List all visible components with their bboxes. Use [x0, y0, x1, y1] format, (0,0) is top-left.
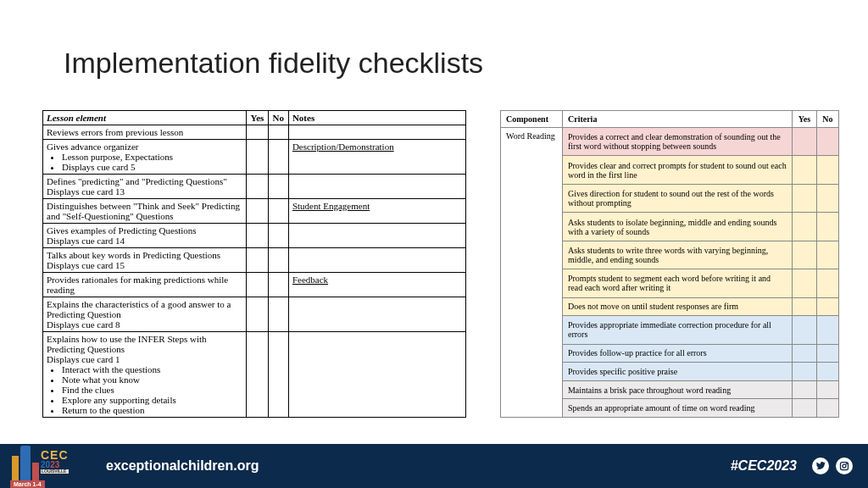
no-cell[interactable]: [816, 380, 838, 399]
list-item: Explore any supporting details: [62, 395, 242, 405]
no-cell[interactable]: [816, 156, 838, 184]
yes-cell[interactable]: [793, 399, 817, 418]
no-cell[interactable]: [816, 128, 838, 156]
header-component: Component: [501, 111, 563, 128]
yes-cell[interactable]: [793, 213, 817, 241]
no-cell[interactable]: [269, 224, 288, 248]
lesson-element-cell: Gives examples of Predicting QuestionsDi…: [43, 224, 247, 248]
logo-text: CEC 2023 LOUISVILLE: [41, 449, 69, 474]
yes-cell[interactable]: [247, 273, 269, 297]
no-cell[interactable]: [816, 399, 838, 418]
criteria-cell: Maintains a brisk pace throughout word r…: [562, 380, 792, 399]
yes-cell[interactable]: [247, 175, 269, 199]
lesson-element-cell: Explains how to use the INFER Steps with…: [43, 332, 247, 418]
twitter-icon[interactable]: [812, 458, 829, 474]
table-header-row: Lesson element Yes No Notes: [43, 111, 466, 125]
table-row: Defines "predicting" and "Predicting Que…: [43, 175, 466, 199]
no-cell[interactable]: [816, 241, 838, 269]
no-cell[interactable]: [269, 248, 288, 273]
checklist-lesson-element: Lesson element Yes No Notes Reviews erro…: [42, 110, 466, 418]
logo-cec: CEC: [41, 449, 69, 461]
no-cell[interactable]: [816, 184, 838, 212]
criteria-cell: Provides clear and correct prompts for s…: [562, 156, 792, 184]
table-row: Provides rationales for making predictio…: [43, 273, 466, 297]
header-criteria: Criteria: [562, 111, 792, 128]
slide: Implementation fidelity checklists Lesso…: [0, 0, 868, 488]
criteria-cell: Asks students to isolate beginning, midd…: [562, 213, 792, 241]
no-cell[interactable]: [269, 125, 288, 140]
list-item: Find the clues: [62, 385, 242, 395]
lesson-element-cell: Talks about key words in Predicting Ques…: [43, 248, 247, 273]
header-notes: Notes: [288, 111, 465, 125]
yes-cell[interactable]: [247, 248, 269, 273]
notes-cell: [288, 297, 465, 332]
cec-logo: CEC 2023 LOUISVILLE March 1-4: [0, 444, 81, 488]
svg-point-1: [843, 464, 846, 468]
no-cell[interactable]: [269, 199, 288, 224]
yes-cell[interactable]: [793, 128, 817, 156]
yes-cell[interactable]: [793, 344, 817, 363]
no-cell[interactable]: [816, 213, 838, 241]
list-item: Displays cue card 5: [62, 162, 242, 172]
criteria-cell: Asks students to write three words with …: [562, 241, 792, 269]
yes-cell[interactable]: [793, 269, 817, 297]
no-cell[interactable]: [816, 363, 838, 381]
footer-url: exceptionalchildren.org: [106, 458, 259, 474]
no-cell[interactable]: [816, 269, 838, 297]
table-row: Explains how to use the INFER Steps with…: [43, 332, 466, 418]
no-cell[interactable]: [269, 273, 288, 297]
no-cell[interactable]: [269, 297, 288, 332]
notes-cell: Description/Demonstration: [288, 140, 465, 175]
list-item: Return to the question: [62, 405, 242, 415]
criteria-cell: Gives direction for student to sound out…: [562, 184, 792, 212]
component-cell: Word Reading: [501, 128, 563, 418]
lesson-element-cell: Distinguishes between "Think and Seek" P…: [43, 199, 247, 224]
notes-cell: [288, 248, 465, 273]
no-cell[interactable]: [816, 344, 838, 363]
notes-cell: Feedback: [288, 273, 465, 297]
table-row: Explains the characteristics of a good a…: [43, 297, 466, 332]
slide-title: Implementation fidelity checklists: [64, 47, 483, 80]
yes-cell[interactable]: [247, 199, 269, 224]
checklist-component-criteria: Component Criteria Yes No Word ReadingPr…: [500, 110, 839, 418]
yes-cell[interactable]: [793, 184, 817, 212]
footer-social: [812, 458, 853, 474]
yes-cell[interactable]: [793, 380, 817, 399]
yes-cell[interactable]: [247, 297, 269, 332]
no-cell[interactable]: [816, 297, 838, 316]
yes-cell[interactable]: [793, 316, 817, 344]
table-row: Gives examples of Predicting QuestionsDi…: [43, 224, 466, 248]
yes-cell[interactable]: [247, 332, 269, 418]
lesson-element-cell: Provides rationales for making predictio…: [43, 273, 247, 297]
criteria-cell: Prompts student to segment each word bef…: [562, 269, 792, 297]
lesson-element-cell: Reviews errors from previous lesson: [43, 125, 247, 140]
logo-building-icon: [12, 456, 19, 481]
svg-point-2: [846, 463, 847, 464]
slide-content: Lesson element Yes No Notes Reviews erro…: [42, 110, 843, 418]
yes-cell[interactable]: [247, 125, 269, 140]
logo-date: March 1-4: [10, 480, 45, 488]
notes-cell: [288, 332, 465, 418]
no-cell[interactable]: [816, 316, 838, 344]
no-cell[interactable]: [269, 175, 288, 199]
criteria-cell: Provides a correct and clear demonstrati…: [562, 128, 792, 156]
yes-cell[interactable]: [793, 297, 817, 316]
yes-cell[interactable]: [793, 156, 817, 184]
cec-logo-emblem: CEC 2023 LOUISVILLE March 1-4: [8, 444, 76, 488]
lesson-element-cell: Gives advance organizerLesson purpose, E…: [43, 140, 247, 175]
no-cell[interactable]: [269, 332, 288, 418]
no-cell[interactable]: [269, 140, 288, 175]
table-row: Gives advance organizerLesson purpose, E…: [43, 140, 466, 175]
yes-cell[interactable]: [247, 224, 269, 248]
list-item: Note what you know: [62, 374, 242, 385]
yes-cell[interactable]: [247, 140, 269, 175]
footer-bar: CEC 2023 LOUISVILLE March 1-4 exceptiona…: [0, 444, 868, 488]
instagram-icon[interactable]: [836, 458, 853, 474]
header-yes: Yes: [793, 111, 817, 128]
table-header-row: Component Criteria Yes No: [501, 111, 839, 128]
lesson-element-cell: Explains the characteristics of a good a…: [43, 297, 247, 332]
header-no: No: [816, 111, 838, 128]
yes-cell[interactable]: [793, 363, 817, 381]
header-yes: Yes: [247, 111, 269, 125]
yes-cell[interactable]: [793, 241, 817, 269]
